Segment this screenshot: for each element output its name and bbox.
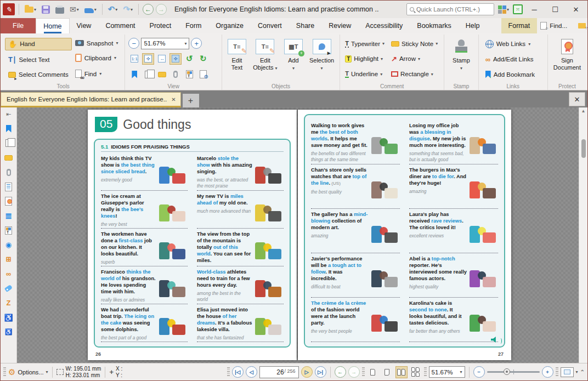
zoom-out-button[interactable]: − [128,38,139,49]
accessibility-checker-pane-icon[interactable]: ♿ [3,327,14,337]
open-file-button[interactable]: ▾ [23,5,38,14]
actual-size-button[interactable]: 1:1 [128,53,140,65]
sign-document-button[interactable]: Sign Document [551,36,583,82]
options-button[interactable]: Options... [18,369,43,376]
menu-tab-bookmarks[interactable]: Bookmarks [410,18,459,33]
zoom-in-button[interactable]: + [191,38,202,49]
bookmarks-pane-button[interactable] [128,69,140,80]
stamp-button[interactable]: Stamp▾ [448,36,474,82]
document-canvas[interactable]: 05 Good things 5.1IDIOMS FOR PRAISING TH… [17,107,579,363]
add-bookmark-button[interactable]: Add Bookmark [482,69,544,81]
find-button[interactable]: Find... [537,20,570,32]
single-page-layout-button[interactable] [367,366,379,378]
links-pane-icon[interactable]: ∞ [3,269,14,279]
structure-pane-icon[interactable]: ⊞ [3,254,14,264]
menu-tab-share[interactable]: Share [289,18,321,33]
menu-tab-comment[interactable]: Comment [98,18,142,33]
accessibility-pane-icon[interactable]: ♿ [3,312,14,322]
sticky-note-button[interactable]: Sticky Note▾ [389,36,440,52]
arrow-button[interactable]: ↗Arrow▾ [389,52,440,67]
selection-button[interactable]: ► Selection▾ [307,36,336,82]
underline-button[interactable]: TUnderline▾ [343,66,387,82]
attachments-pane-icon[interactable] [3,167,14,177]
hand-tool-button[interactable]: ✋Hand [5,38,72,50]
layers-pane-icon[interactable]: ≣ [3,211,14,221]
two-page-layout-button[interactable] [395,366,408,378]
next-view-button[interactable]: → [156,4,167,15]
fit-visible-button[interactable]: ✣ [169,53,182,65]
last-page-button[interactable]: ▷| [315,366,326,378]
view-mode-button[interactable] [561,367,574,377]
menu-tab-convert[interactable]: Convert [251,18,289,33]
fields-pane-icon[interactable] [3,182,14,192]
ui-options-button[interactable]: ▾ [496,4,511,15]
comments-pane-icon[interactable] [3,153,14,163]
add-button[interactable]: ▦T+ Add▾ [282,36,305,82]
typewriter-button[interactable]: TTypewriter▾ [343,36,387,52]
menu-tab-home[interactable]: Home [36,18,69,33]
collapse-icon[interactable]: ⇤ [3,109,14,119]
email-button[interactable]: ✉▾ [68,4,81,15]
previous-page-button[interactable]: ◁ [246,366,257,378]
next-view-button[interactable]: → [348,366,360,378]
search-button[interactable]: Search... [575,20,588,31]
previous-view-button[interactable]: ← [143,4,154,15]
zoom-slider[interactable] [487,371,540,373]
minimize-button[interactable]: ─ [525,2,544,16]
quick-launch-box[interactable] [406,3,494,15]
menu-tab-format[interactable]: Format [501,18,538,33]
edit-objects-button[interactable]: T≡✎ Edit Objects ▾ [251,36,280,82]
first-page-button[interactable]: |◁ [232,366,244,378]
quick-launch-input[interactable] [416,6,491,13]
print-button[interactable] [54,4,66,15]
bookmarks-pane-icon[interactable] [3,124,14,134]
articles-pane-icon[interactable]: Z [3,298,14,308]
select-comments-button[interactable]: Select Comments [5,69,72,80]
clipboard-button[interactable]: Clipboard▾ [72,52,122,64]
tags-pane-icon[interactable] [3,283,14,293]
highlight-button[interactable]: THighlight▾ [343,52,387,67]
fit-page-button[interactable]: ✣ [142,53,154,65]
zoom-slider-thumb[interactable] [504,368,510,375]
scrollbar-thumb[interactable] [581,139,586,158]
fit-width-button[interactable]: ↔ [156,53,168,65]
find-dropdown-button[interactable]: Find▾ [72,67,122,80]
menu-tab-protect[interactable]: Protect [143,18,179,33]
scroll-up-icon[interactable]: ▲ [579,109,587,113]
menu-tab-file[interactable]: File [1,18,36,33]
add-edit-links-button[interactable]: ∞Add/Edit Links [482,53,544,66]
zoom-level-combo[interactable]: 51.67%▾ [141,38,189,49]
vertical-scrollbar[interactable]: ▲ [579,107,587,363]
next-page-button[interactable]: ▷ [301,366,313,378]
edit-text-button[interactable]: T≡✎ Edit Text [225,36,248,82]
rectangle-button[interactable]: Rectangle▾ [389,66,440,82]
content-pane-button[interactable] [183,69,195,80]
menu-tab-view[interactable]: View [70,18,99,33]
close-document-button[interactable]: ✕ [569,92,585,106]
close-button[interactable]: ✕ [567,2,585,16]
content-pane-icon[interactable] [3,225,14,235]
web-links-button[interactable]: Web Links▾ [482,38,544,50]
comments-pane-button[interactable] [156,69,168,80]
menu-tab-review[interactable]: Review [321,18,358,33]
signatures-pane-icon[interactable] [3,196,14,206]
select-text-button[interactable]: T∣Select Text [5,53,72,66]
zoom-in-status-button[interactable]: + [542,366,553,378]
thumbnails-pane-button[interactable] [142,69,154,80]
menu-tab-help[interactable]: Help [459,18,487,33]
fit-layout-button[interactable] [381,366,393,378]
new-tab-button[interactable]: + [183,94,199,107]
snapshot-button[interactable]: Snapshot▾ [72,38,122,49]
page-number-box[interactable]: 26/ 256 [259,366,299,378]
menu-tab-accessibility[interactable]: Accessibility [358,18,410,33]
zoom-out-status-button[interactable]: − [473,366,485,378]
pane-options-button[interactable] [197,69,209,80]
grid-layout-button[interactable] [410,366,422,378]
close-tab-icon[interactable]: ✕ [171,96,176,103]
menu-tab-form[interactable]: Form [178,18,208,33]
rotate-cw-button[interactable]: ↻ [197,53,209,65]
fullscreen-button[interactable]: ⁙ [513,4,523,14]
rotate-ccw-button[interactable]: ↺ [183,53,195,65]
destinations-pane-icon[interactable]: ◉ [3,240,14,250]
previous-view-button[interactable]: ← [335,366,346,378]
